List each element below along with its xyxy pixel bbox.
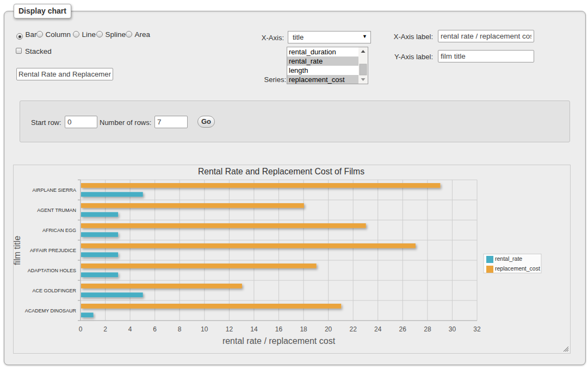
svg-text:film title: film title [14, 236, 22, 265]
svg-text:22: 22 [350, 325, 357, 333]
svg-text:rental_rate: rental_rate [495, 255, 522, 262]
svg-text:30: 30 [449, 325, 456, 333]
svg-text:32: 32 [473, 325, 481, 333]
svg-text:4: 4 [128, 325, 132, 333]
svg-text:AFFAIR PREJUDICE: AFFAIR PREJUDICE [30, 248, 76, 253]
svg-text:10: 10 [201, 325, 208, 333]
svg-text:6: 6 [153, 325, 157, 333]
svg-text:26: 26 [399, 325, 407, 333]
svg-text:2: 2 [103, 325, 107, 333]
svg-text:12: 12 [226, 325, 233, 333]
svg-text:Rental Rate and Replacement Co: Rental Rate and Replacement Cost of Film… [198, 167, 364, 176]
svg-text:8: 8 [178, 325, 182, 333]
svg-text:AIRPLANE SIERRA: AIRPLANE SIERRA [32, 187, 76, 193]
svg-text:ACADEMY DINOSAUR: ACADEMY DINOSAUR [25, 308, 77, 313]
svg-text:20: 20 [325, 325, 332, 333]
svg-text:28: 28 [424, 325, 431, 333]
svg-text:18: 18 [300, 325, 307, 333]
svg-text:16: 16 [275, 325, 283, 333]
svg-text:AFRICAN EGG: AFRICAN EGG [42, 228, 76, 233]
svg-text:rental rate / replacement cost: rental rate / replacement cost [222, 336, 336, 346]
svg-text:ACE GOLDFINGER: ACE GOLDFINGER [32, 288, 76, 293]
svg-text:0: 0 [79, 325, 83, 333]
svg-text:14: 14 [250, 325, 258, 333]
svg-text:replacement_cost: replacement_cost [495, 265, 540, 272]
svg-text:AGENT TRUMAN: AGENT TRUMAN [37, 208, 76, 213]
svg-text:24: 24 [374, 325, 382, 333]
svg-text:ADAPTATION HOLES: ADAPTATION HOLES [28, 268, 76, 273]
